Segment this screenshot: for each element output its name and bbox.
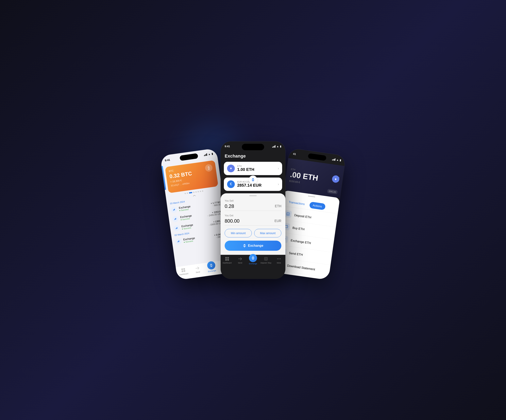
get-value: 800.00 bbox=[225, 218, 274, 224]
from-card-label: ETH bbox=[237, 165, 275, 167]
action-download-statement-label: Download Statement bbox=[287, 264, 315, 271]
center-tab-send-label: Send bbox=[238, 262, 242, 264]
get-row[interactable]: 800.00 EUR bbox=[225, 218, 281, 226]
from-card-info: ETH 1.00 ETH bbox=[237, 165, 275, 172]
max-amount-button[interactable]: Max amount bbox=[254, 229, 281, 237]
exchange-cta-button[interactable]: Exchange bbox=[225, 241, 281, 251]
bar3 bbox=[206, 154, 206, 156]
dot-4 bbox=[195, 191, 197, 193]
battery-icon-center: ▮ bbox=[280, 145, 281, 148]
action-exchange-eth-label: Exchange ETH bbox=[290, 239, 311, 245]
from-card[interactable]: ♦ ETH 1.00 ETH › bbox=[224, 162, 282, 175]
center-more-icon bbox=[276, 256, 281, 261]
eth-icon: ♦ bbox=[227, 165, 235, 172]
sell-value: 0.28 bbox=[225, 203, 275, 209]
tx-info-2: Exchange ● Success bbox=[180, 212, 206, 221]
center-tab-dashboard[interactable]: Dashboard bbox=[221, 256, 233, 265]
get-group: You Get 800.00 EUR bbox=[225, 214, 281, 226]
cbar4 bbox=[275, 145, 275, 148]
svg-rect-3 bbox=[184, 270, 185, 272]
center-send-icon bbox=[238, 256, 242, 261]
get-label: You Get bbox=[225, 214, 281, 217]
tx-info-4: Exchange ● Success bbox=[183, 234, 213, 243]
center-tab-bar: Dashboard Send Exchange bbox=[221, 255, 285, 269]
min-amount-button[interactable]: Min amount bbox=[225, 229, 252, 237]
action-deposit-eth-label: Deposit ETH bbox=[294, 213, 312, 219]
exchange-icon-left bbox=[207, 261, 216, 270]
center-tab-exchange-label: Exchange bbox=[249, 263, 257, 265]
action-buy-eth-label: Buy ETH bbox=[292, 226, 305, 231]
svg-rect-7 bbox=[225, 259, 227, 261]
svg-rect-0 bbox=[181, 268, 183, 270]
center-tab-more[interactable]: More bbox=[273, 256, 285, 265]
dot-2 bbox=[186, 193, 188, 194]
tab-actions[interactable]: Actions bbox=[309, 201, 326, 210]
center-deposit-icon bbox=[264, 256, 268, 261]
sell-currency: ETH bbox=[275, 204, 281, 208]
eth-hero-label: ETH .00 ETH $150.83 € bbox=[289, 168, 339, 189]
exchange-header: Exchange bbox=[221, 151, 285, 162]
time-center: 9:41 bbox=[225, 145, 230, 148]
tab-dashboard[interactable]: Dashboard bbox=[176, 267, 191, 277]
center-tab-send[interactable]: Send bbox=[233, 256, 246, 265]
sheet-handle-center bbox=[249, 195, 257, 196]
dynamic-island-center bbox=[242, 144, 264, 150]
send-icon bbox=[194, 265, 200, 271]
dot-active bbox=[189, 192, 192, 194]
svg-point-12 bbox=[280, 258, 281, 259]
sheet-handle-right bbox=[308, 195, 315, 197]
status-icons-center: ▲ ▮ bbox=[272, 145, 281, 148]
dot-3 bbox=[193, 192, 194, 193]
battery-icon-right: ▮ bbox=[340, 159, 341, 162]
rbar3 bbox=[334, 159, 335, 161]
cbar3 bbox=[274, 146, 275, 148]
svg-rect-8 bbox=[227, 259, 229, 261]
dot-5 bbox=[198, 191, 199, 192]
status-icons-right: ▲ ▮ bbox=[332, 158, 341, 162]
sell-group: You Sell 0.28 ETH bbox=[225, 199, 281, 211]
svg-rect-5 bbox=[225, 257, 227, 259]
action-send-eth-label: Send ETH bbox=[289, 251, 303, 256]
center-exchange-icon bbox=[249, 254, 257, 262]
tx-info-3: Exchange ● Success bbox=[181, 221, 207, 230]
svg-rect-2 bbox=[181, 270, 183, 272]
dot-7 bbox=[202, 190, 203, 192]
tab-exchange-left-label: Exchange bbox=[208, 269, 216, 272]
svg-rect-1 bbox=[183, 268, 185, 270]
sell-row[interactable]: 0.28 ETH bbox=[225, 203, 281, 211]
time-left: 9:41 bbox=[165, 158, 170, 162]
tab-send-label: Send bbox=[196, 271, 200, 273]
tab-exchange-left[interactable]: Exchange bbox=[204, 263, 219, 273]
sell-label: You Sell bbox=[225, 199, 281, 202]
bar4 bbox=[206, 153, 207, 155]
tx-icon-2 bbox=[172, 215, 179, 222]
to-card-value: 2857.14 EUR bbox=[237, 183, 275, 188]
wifi-icon-center: ▲ bbox=[276, 145, 279, 148]
center-tab-deposit-label: Deposit / Buy bbox=[260, 262, 271, 264]
center-dashboard-icon bbox=[225, 256, 230, 261]
eur-icon: € bbox=[227, 180, 235, 188]
tx-amount-1: + 1.77 BC - 800.00 bbox=[211, 201, 221, 207]
to-card-chevron: › bbox=[278, 182, 279, 186]
center-tab-deposit[interactable]: Deposit / Buy bbox=[260, 256, 273, 265]
btc-card[interactable]: ₿ BTC 0.32 BTC ≈ 18,300 € 3CoSQT ... eRt… bbox=[165, 160, 218, 193]
dot-1 bbox=[184, 193, 186, 194]
bar1 bbox=[204, 155, 205, 156]
screen-center: Exchange ♦ ETH 1.00 ETH › € EUR bbox=[221, 151, 285, 279]
signal-bars-center bbox=[272, 145, 276, 148]
swap-button[interactable] bbox=[249, 175, 257, 184]
rbar2 bbox=[333, 159, 333, 160]
tab-transactions[interactable]: Transactions bbox=[285, 198, 308, 208]
battery-icon-left: ▮ bbox=[211, 152, 213, 155]
phone-center: 9:41 ▲ ▮ Exchange ♦ ETH 1.00 ETH bbox=[221, 141, 285, 279]
cbar2 bbox=[273, 146, 274, 148]
amount-buttons: Min amount Max amount bbox=[225, 229, 281, 237]
tx-amount-2: + 2263.81 - 2455.00 USD bbox=[207, 210, 222, 217]
bar2 bbox=[205, 155, 206, 156]
center-tab-exchange[interactable]: Exchange bbox=[246, 256, 260, 265]
svg-point-10 bbox=[277, 258, 278, 259]
tx-icon-4 bbox=[175, 238, 182, 245]
tab-send[interactable]: Send bbox=[190, 265, 205, 275]
get-currency: EUR bbox=[274, 219, 281, 223]
svg-point-11 bbox=[279, 258, 279, 259]
